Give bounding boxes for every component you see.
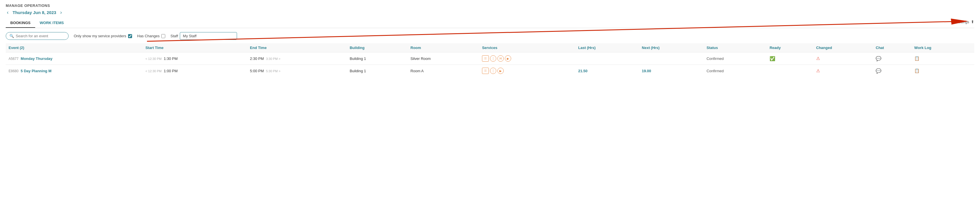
end-time-main: 2:30 PM: [250, 56, 264, 61]
current-date: Thursday Jun 8, 2023: [13, 10, 56, 15]
start-time-cell: < 12:30 PM 1:00 PM: [143, 65, 247, 77]
end-time-next: 3:30 PM >: [266, 57, 280, 61]
col-last-hrs: Last (Hrs): [576, 43, 639, 53]
col-start-time: Start Time: [143, 43, 247, 53]
service-icon-bar2: ┊: [490, 67, 496, 74]
event-code: E8680: [9, 69, 19, 73]
tab-bookings[interactable]: BOOKINGS: [6, 18, 35, 28]
changed-cell: ⚠: [813, 65, 873, 77]
has-changes-filter[interactable]: Has Changes: [137, 34, 165, 38]
end-time-cell: 2:30 PM 3:30 PM >: [247, 53, 347, 65]
show-my-providers-filter[interactable]: Only show my service providers: [74, 34, 132, 38]
table-header-row: Event (2) Start Time End Time Building R…: [6, 43, 974, 53]
staff-filter: Staff: [170, 32, 237, 40]
end-time-next: 5:30 PM >: [266, 69, 280, 73]
page-title: MANAGE OPERATIONS: [6, 3, 974, 8]
next-hrs-cell: [639, 53, 703, 65]
toolbar: 🔍 Only show my service providers Has Cha…: [6, 32, 974, 40]
next-date-button[interactable]: ›: [59, 10, 63, 16]
work-log-cell[interactable]: 📋: [912, 53, 974, 65]
status-cell: Confirmed: [703, 65, 767, 77]
prev-date-button[interactable]: ‹: [6, 10, 10, 16]
table-row: A5677 Monday Thursday < 12:30 PM 1:30 PM…: [6, 53, 974, 65]
start-time-main: 1:00 PM: [164, 69, 178, 73]
show-my-providers-label: Only show my service providers: [74, 34, 126, 38]
staff-label: Staff: [170, 34, 178, 38]
show-my-providers-checkbox[interactable]: [128, 34, 132, 38]
work-log-icon[interactable]: 📋: [914, 56, 920, 61]
last-hrs-cell: 21.50: [576, 65, 639, 77]
event-name[interactable]: Monday Thursday: [21, 56, 52, 61]
tab-work-items[interactable]: WORK ITEMS: [35, 18, 68, 28]
work-log-icon[interactable]: 📋: [914, 68, 920, 73]
start-time-main: 1:30 PM: [164, 56, 178, 61]
ready-cell: ✅: [767, 53, 813, 65]
col-event: Event (2): [6, 43, 143, 53]
col-chat: Chat: [873, 43, 912, 53]
event-cell: E8680 5 Day Planning M: [6, 65, 143, 77]
last-hrs-cell: [576, 53, 639, 65]
search-box[interactable]: 🔍: [6, 32, 68, 40]
ready-check-icon: ✅: [770, 56, 775, 61]
service-icon-video2: ▶: [498, 67, 504, 74]
status-cell: Confirmed: [703, 53, 767, 65]
chat-icon[interactable]: 💬: [876, 69, 881, 73]
room-cell: Silver Room: [408, 53, 479, 65]
col-services: Services: [479, 43, 575, 53]
settings-area[interactable]: Settings ⬆: [956, 19, 974, 24]
start-time-cell: < 12:30 PM 1:30 PM: [143, 53, 247, 65]
start-time-prev: < 12:30 PM: [145, 69, 162, 73]
start-time-prev: < 12:30 PM: [145, 57, 162, 61]
building-cell: Building 1: [347, 53, 408, 65]
has-changes-label: Has Changes: [137, 34, 160, 38]
staff-input[interactable]: [180, 32, 237, 40]
service-icon-grid2: ☷: [482, 67, 489, 74]
settings-label: Settings: [956, 20, 969, 24]
service-icon-bar: ┊: [490, 55, 496, 62]
service-icon-video: ▶: [505, 55, 511, 62]
services-cell: ☷ ┊ H ▶: [479, 53, 575, 65]
end-time-main: 5:00 PM: [250, 69, 264, 73]
services-cell: ☷ ┊ ▶: [479, 65, 575, 77]
table-row: E8680 5 Day Planning M < 12:30 PM 1:00 P…: [6, 65, 974, 77]
col-ready: Ready: [767, 43, 813, 53]
event-code: A5677: [9, 57, 19, 61]
tab-bar: BOOKINGS WORK ITEMS: [6, 18, 68, 28]
col-room: Room: [408, 43, 479, 53]
service-icon-circle: H: [498, 55, 504, 62]
end-time-cell: 5:00 PM 5:30 PM >: [247, 65, 347, 77]
ready-cell: [767, 65, 813, 77]
work-log-cell[interactable]: 📋: [912, 65, 974, 77]
next-hrs-cell: 19.00: [639, 65, 703, 77]
search-icon: 🔍: [10, 34, 14, 38]
events-table: Event (2) Start Time End Time Building R…: [6, 43, 974, 77]
search-input[interactable]: [16, 34, 62, 38]
chat-cell[interactable]: 💬: [873, 65, 912, 77]
service-icon-grid: ☷: [482, 55, 489, 62]
share-icon: ⬆: [971, 19, 974, 24]
chat-icon[interactable]: 💬: [876, 56, 881, 61]
chat-cell[interactable]: 💬: [873, 53, 912, 65]
has-changes-checkbox[interactable]: [161, 34, 165, 38]
building-cell: Building 1: [347, 65, 408, 77]
changed-warning-icon: ⚠: [816, 56, 820, 61]
col-end-time: End Time: [247, 43, 347, 53]
col-work-log: Work Log: [912, 43, 974, 53]
changed-cell: ⚠: [813, 53, 873, 65]
event-cell: A5677 Monday Thursday: [6, 53, 143, 65]
col-changed: Changed: [813, 43, 873, 53]
room-cell: Room A: [408, 65, 479, 77]
event-name[interactable]: 5 Day Planning M: [21, 69, 51, 73]
changed-warning-icon: ⚠: [816, 68, 820, 73]
col-status: Status: [703, 43, 767, 53]
col-next-hrs: Next (Hrs): [639, 43, 703, 53]
col-building: Building: [347, 43, 408, 53]
